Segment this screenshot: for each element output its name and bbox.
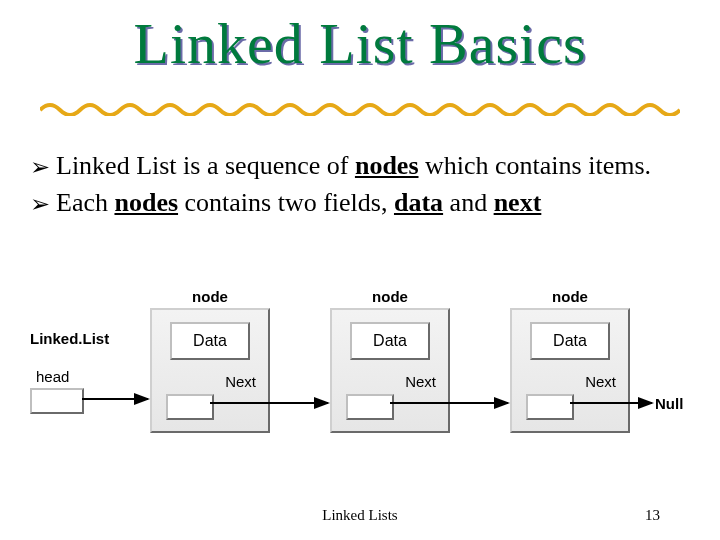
slide: Linked List Basics ➢ Linked List is a se… bbox=[0, 0, 720, 540]
list-label: Linked.List bbox=[30, 330, 109, 347]
node-caption: node bbox=[332, 288, 448, 305]
head-box bbox=[30, 388, 84, 414]
bullet-1-underline-1: nodes bbox=[355, 151, 419, 180]
bullet-2-underline-2: data bbox=[394, 188, 443, 217]
title-underline-squiggle bbox=[40, 98, 680, 116]
next-label: Next bbox=[405, 373, 436, 390]
node-1: node Data Next bbox=[150, 308, 270, 433]
bullet-2-text-mid2: and bbox=[443, 188, 494, 217]
node-3: node Data Next bbox=[510, 308, 630, 433]
bullet-1-text-mid: which contains items. bbox=[419, 151, 652, 180]
title-text: Linked List Basics bbox=[134, 11, 587, 76]
slide-title: Linked List Basics bbox=[0, 10, 720, 77]
linked-list-diagram: Linked.List head node Data Next node Dat… bbox=[30, 280, 690, 450]
node-caption: node bbox=[152, 288, 268, 305]
next-box bbox=[526, 394, 574, 420]
bullet-2: ➢ Each nodes contains two fields, data a… bbox=[30, 187, 690, 220]
data-box: Data bbox=[350, 322, 430, 360]
footer-center: Linked Lists bbox=[0, 507, 720, 524]
footer-page-number: 13 bbox=[645, 507, 660, 524]
next-label: Next bbox=[585, 373, 616, 390]
bullet-2-underline-1: nodes bbox=[114, 188, 178, 217]
bullet-2-underline-3: next bbox=[494, 188, 542, 217]
next-box bbox=[166, 394, 214, 420]
next-label: Next bbox=[225, 373, 256, 390]
next-box bbox=[346, 394, 394, 420]
bullet-2-text-mid: contains two fields, bbox=[178, 188, 394, 217]
node-2: node Data Next bbox=[330, 308, 450, 433]
bullet-arrow-icon: ➢ bbox=[30, 152, 50, 182]
bullet-1: ➢ Linked List is a sequence of nodes whi… bbox=[30, 150, 690, 183]
bullet-arrow-icon: ➢ bbox=[30, 189, 50, 219]
bullet-list: ➢ Linked List is a sequence of nodes whi… bbox=[30, 150, 690, 223]
head-label: head bbox=[36, 368, 69, 385]
data-box: Data bbox=[170, 322, 250, 360]
node-caption: node bbox=[512, 288, 628, 305]
bullet-1-text-lead: Linked List is a sequence of bbox=[56, 151, 355, 180]
null-label: Null bbox=[655, 395, 683, 412]
bullet-2-text-lead: Each bbox=[56, 188, 114, 217]
data-box: Data bbox=[530, 322, 610, 360]
